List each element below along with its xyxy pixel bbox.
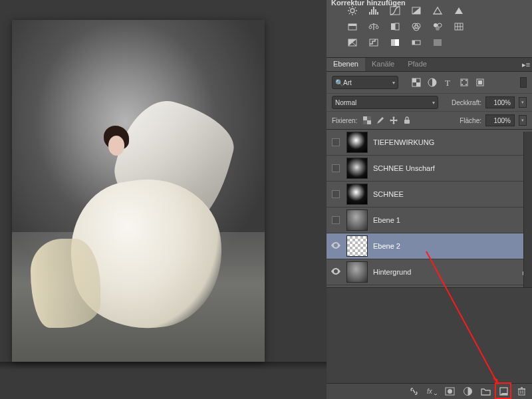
visibility-checkbox <box>332 164 340 172</box>
new-layer-icon[interactable] <box>499 386 509 396</box>
svg-rect-39 <box>434 39 442 46</box>
curves-icon[interactable] <box>389 5 401 16</box>
svg-rect-56 <box>404 120 410 124</box>
layer-name[interactable]: Ebene 2 <box>373 242 532 250</box>
layer-thumbnail[interactable] <box>346 235 368 257</box>
blend-mode-dropdown[interactable]: Normal ▾ <box>332 96 438 109</box>
hue-triangle-icon[interactable] <box>453 5 465 16</box>
svg-rect-36 <box>395 39 399 46</box>
bw-icon[interactable] <box>389 21 401 32</box>
layer-row[interactable]: Hintergrund <box>327 259 532 285</box>
adjustments-title: Korrektur hinzufügen <box>331 0 406 7</box>
layer-thumbnail[interactable] <box>346 261 368 283</box>
svg-rect-34 <box>370 39 378 46</box>
blend-mode-label: Normal <box>335 99 356 106</box>
mask-icon[interactable] <box>445 386 455 396</box>
svg-point-46 <box>462 80 463 81</box>
visibility-toggle[interactable] <box>327 190 345 198</box>
canvas-workspace <box>0 0 327 399</box>
layer-name[interactable]: TIEFENWIRKUNG <box>373 138 532 146</box>
lock-move-icon[interactable] <box>389 116 398 125</box>
document-canvas[interactable] <box>12 20 265 362</box>
filter-shape-icon[interactable] <box>460 78 469 87</box>
svg-rect-41 <box>412 78 416 82</box>
lut-grid-icon[interactable] <box>453 21 465 32</box>
layer-thumbnail[interactable] <box>346 184 368 205</box>
tab-paths[interactable]: Pfade <box>401 58 434 71</box>
visibility-toggle[interactable] <box>327 268 345 276</box>
svg-rect-13 <box>377 12 378 15</box>
panel-menu-icon[interactable]: ▸≡ <box>520 58 532 71</box>
filter-type-label: Art <box>343 79 352 86</box>
filter-adjustment-icon[interactable] <box>428 78 437 87</box>
posterize-icon[interactable] <box>368 37 380 48</box>
svg-rect-12 <box>375 9 376 15</box>
layers-scrollbar[interactable] <box>523 132 532 287</box>
visibility-toggle[interactable] <box>327 164 345 172</box>
lock-transparency-icon[interactable] <box>362 116 372 125</box>
layer-row[interactable]: SCHNEE Unscharf <box>327 156 532 182</box>
brightness-icon[interactable] <box>346 5 358 16</box>
vibrance-icon[interactable] <box>432 5 444 16</box>
layer-thumbnail[interactable] <box>346 209 368 231</box>
filter-type-icon[interactable]: T <box>444 78 453 87</box>
tab-channels[interactable]: Kanäle <box>365 58 401 71</box>
link-layers-icon[interactable] <box>409 386 419 396</box>
lock-brush-icon[interactable] <box>376 116 385 125</box>
fill-label: Fläche: <box>460 117 481 124</box>
svg-rect-35 <box>391 39 395 46</box>
svg-line-8 <box>355 7 356 8</box>
layer-thumbnail[interactable] <box>346 132 368 153</box>
new-group-icon[interactable] <box>481 386 491 396</box>
filter-toggle[interactable] <box>520 77 527 88</box>
svg-point-60 <box>448 389 452 394</box>
svg-rect-11 <box>373 7 374 15</box>
fill-stepper[interactable]: ▾ <box>519 115 527 126</box>
levels-icon[interactable] <box>368 5 380 16</box>
opacity-label: Deckkraft: <box>452 99 481 106</box>
opacity-input[interactable] <box>485 96 515 108</box>
layer-row[interactable]: Ebene 2 <box>327 233 532 259</box>
layer-row[interactable]: SCHNEE <box>327 182 532 207</box>
svg-point-27 <box>438 23 442 27</box>
invert-icon[interactable] <box>346 37 358 48</box>
svg-rect-54 <box>367 116 371 120</box>
visibility-toggle[interactable] <box>327 216 345 224</box>
trash-icon[interactable] <box>517 386 527 396</box>
threshold-icon[interactable] <box>389 37 401 48</box>
layers-list: TIEFENWIRKUNGSCHNEE UnscharfSCHNEEEbene … <box>327 129 532 285</box>
svg-text:T: T <box>445 78 450 87</box>
layer-name[interactable]: SCHNEE <box>373 190 532 198</box>
svg-point-26 <box>434 23 438 27</box>
layer-row[interactable]: Ebene 1 <box>327 207 532 233</box>
filter-type-dropdown[interactable]: 🔍 Art ▾ <box>332 76 398 89</box>
visibility-toggle[interactable] <box>327 242 345 250</box>
gradient-map-icon[interactable] <box>410 37 422 48</box>
photo-filter-icon[interactable] <box>346 21 358 32</box>
selective-color-icon[interactable] <box>432 37 444 48</box>
visibility-toggle[interactable] <box>327 138 345 146</box>
filter-pixel-icon[interactable] <box>412 78 421 87</box>
layer-name[interactable]: SCHNEE Unscharf <box>373 164 532 172</box>
layer-name[interactable]: Hintergrund <box>373 268 519 276</box>
svg-rect-51 <box>478 80 482 84</box>
new-adjustment-icon[interactable] <box>463 386 473 396</box>
layer-row[interactable]: TIEFENWIRKUNG <box>327 130 532 156</box>
fx-icon[interactable]: fx <box>427 386 437 396</box>
svg-rect-38 <box>412 41 415 45</box>
fill-input[interactable] <box>485 114 515 126</box>
exposure-icon[interactable] <box>410 5 422 16</box>
lock-all-icon[interactable] <box>402 116 412 125</box>
photo-content <box>12 20 265 362</box>
filter-smart-icon[interactable] <box>475 78 485 87</box>
eye-icon <box>331 268 340 276</box>
visibility-checkbox <box>332 138 340 146</box>
layer-thumbnail[interactable] <box>346 158 368 179</box>
channel-mixer-icon[interactable] <box>410 21 422 32</box>
balance-icon[interactable] <box>368 21 380 32</box>
opacity-stepper[interactable]: ▾ <box>519 97 527 108</box>
tab-layers[interactable]: Ebenen <box>327 58 365 71</box>
layer-name[interactable]: Ebene 1 <box>373 216 532 224</box>
lock-row: Fixieren: Fläche: ▾ <box>327 111 532 129</box>
color-lookup-icon[interactable] <box>432 21 444 32</box>
